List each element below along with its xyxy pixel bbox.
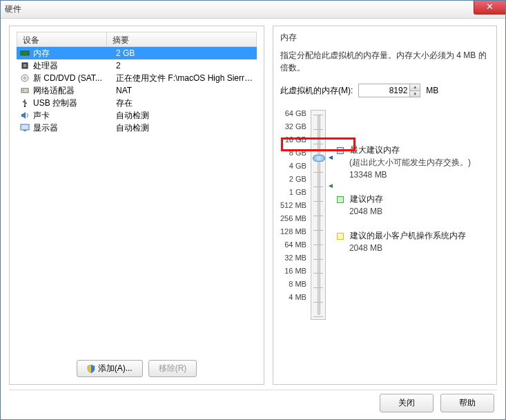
device-row[interactable]: 处理器2 [17,59,257,72]
device-row[interactable]: 声卡自动检测 [17,109,257,122]
device-button-bar: 添加(A)... 移除(R) [17,356,257,379]
memory-description: 指定分配给此虚拟机的内存量。内存大小必须为 4 MB 的倍数。 [280,49,489,74]
device-summary: 2 [116,61,254,70]
network-icon [19,86,30,95]
cpu-icon [19,61,30,70]
legend-min-title: 建议的最小客户机操作系统内存 [350,231,466,240]
memory-unit: MB [426,86,438,95]
legend-rec-title: 建议内存 [350,194,383,204]
device-summary: 自动检测 [116,122,254,134]
device-name: 新 CD/DVD (SAT... [33,73,116,84]
device-summary: NAT [116,86,254,95]
legend-max-note: (超出此大小可能发生内存交换。) [349,156,471,169]
close-button[interactable]: 关闭 [380,394,434,412]
tick-label: 8 MB [280,278,306,291]
legend-green-icon [337,196,344,203]
svg-rect-3 [26,55,26,57]
add-button-label: 添加(A)... [98,363,133,374]
svg-rect-6 [23,64,26,67]
close-icon[interactable]: ✕ [474,1,505,15]
device-summary: 2 GB [116,48,254,58]
add-button[interactable]: 添加(A)... [77,360,143,377]
highlight-box [281,137,356,151]
memory-label: 此虚拟机的内存(M): [280,85,353,97]
svg-rect-14 [23,130,26,131]
device-table-header: 设备 摘要 [17,32,257,47]
device-name: USB 控制器 [33,97,116,109]
device-name: 声卡 [33,110,116,122]
spin-down-icon[interactable]: ▼ [409,91,420,97]
help-button[interactable]: 帮助 [440,394,494,412]
device-summary: 存在 [116,97,254,109]
legend-yellow-icon [337,233,344,240]
tick-label: 64 MB [280,238,306,251]
tick-label: 4 GB [280,160,306,173]
svg-rect-2 [23,55,24,57]
shield-icon [87,365,95,373]
tick-label: 32 GB [280,120,306,133]
memory-spinner: ▲ ▼ [358,84,420,97]
col-device: 设备 [17,32,107,46]
svg-point-12 [24,106,26,107]
device-rows: 内存2 GB处理器2新 CD/DVD (SAT...正在使用文件 F:\macO… [17,47,257,202]
svg-rect-4 [28,55,28,57]
window-title: 硬件 [5,3,21,15]
tick-label: 128 MB [280,225,306,238]
device-row[interactable]: 新 CD/DVD (SAT...正在使用文件 F:\macOS High Sie… [17,72,257,84]
dialog-footer: 关闭 帮助 [380,394,494,412]
memory-icon [19,48,30,58]
usb-icon [19,98,30,108]
sound-icon [19,111,30,120]
tick-label: 4 MB [280,291,306,304]
device-row[interactable]: USB 控制器存在 [17,97,257,109]
device-summary: 自动检测 [116,110,254,122]
svg-rect-1 [21,55,22,57]
memory-legend: 最大建议内存 (超出此大小可能发生内存交换。) 13348 MB 建议内存 20… [337,142,471,320]
tick-label: 2 GB [280,173,306,186]
col-summary: 摘要 [107,32,256,46]
tick-label: 32 MB [280,251,306,265]
memory-input-row: 此虚拟机的内存(M): ▲ ▼ MB [280,84,489,97]
svg-rect-0 [21,51,29,55]
device-row[interactable]: 内存2 GB [17,47,257,59]
spin-up-icon[interactable]: ▲ [409,84,420,91]
device-summary: 正在使用文件 F:\macOS High Sierra ... [116,73,254,84]
device-row[interactable]: 显示器自动检测 [17,122,257,134]
tick-label: 64 GB [280,107,306,120]
legend-rec-value: 2048 MB [349,205,471,218]
tick-label: 1 GB [280,186,306,199]
svg-point-11 [26,90,27,91]
display-icon [19,123,30,133]
device-name: 网络适配器 [33,85,116,97]
titlebar: 硬件 ✕ [1,1,505,19]
remove-button-label: 移除(R) [159,363,187,374]
remove-button[interactable]: 移除(R) [148,360,197,377]
svg-point-10 [23,90,24,91]
cd-icon [19,73,30,83]
device-list-panel: 设备 摘要 内存2 GB处理器2新 CD/DVD (SAT...正在使用文件 F… [9,26,264,385]
device-row[interactable]: 网络适配器NAT [17,84,257,97]
device-name: 处理器 [33,60,116,72]
memory-settings-panel: 内存 指定分配给此虚拟机的内存量。内存大小必须为 4 MB 的倍数。 此虚拟机的… [273,26,497,385]
marker-rec-icon: ◄ [327,182,334,189]
divider [9,390,497,390]
svg-point-8 [24,77,26,79]
tick-label: 512 MB [280,199,306,212]
tick-label: 16 MB [280,265,306,278]
legend-max-title: 最大建议内存 [350,145,400,155]
marker-max-icon: ◄ [327,153,334,161]
svg-rect-13 [21,124,29,130]
memory-section-title: 内存 [280,32,489,44]
device-name: 内存 [33,48,116,59]
device-name: 显示器 [33,122,116,134]
slider-thumb[interactable] [313,155,325,162]
legend-min-value: 2048 MB [349,242,471,254]
tick-label: 256 MB [280,212,306,225]
hardware-dialog: 硬件 ✕ 设备 摘要 内存2 GB处理器2新 CD/DVD (SAT...正在使… [0,0,506,420]
svg-rect-9 [21,88,28,93]
legend-max-value: 13348 MB [349,169,471,181]
